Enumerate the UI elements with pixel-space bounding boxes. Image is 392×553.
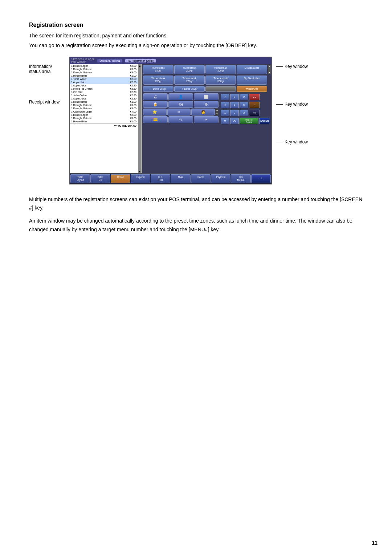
page-number: 11 <box>372 540 377 546</box>
list-item: 1 Mixed Ice Cream€3.50 <box>70 87 138 90</box>
icon-btn-settings[interactable]: ⚙ <box>194 101 219 108</box>
numpad-cl[interactable]: CL <box>249 94 260 100</box>
numpad-6[interactable]: 6 <box>240 102 248 108</box>
list-item: 1 Draught Guiness€3.00 <box>70 71 138 74</box>
footer-btn-expand[interactable]: Expand <box>131 174 150 183</box>
key-window-label-2: Key window <box>276 102 308 107</box>
list-item: 1 Draught Guiness€3.00 <box>70 107 138 110</box>
key-window-labels: Key window Key window Key window <box>276 57 308 155</box>
menu-key-tdone-350[interactable]: T. Done 350gr <box>174 86 205 92</box>
receipt-scroll[interactable]: ▲ ▼ <box>138 64 142 173</box>
pos-tab2[interactable]: T1/ Registration [Steak] <box>125 59 156 62</box>
pos-screen: 24/05/2001 12:07:08 Paul Weaver Standard… <box>69 57 272 184</box>
list-item: 1 Apple Juice€2.80 <box>70 97 138 100</box>
receipt-window-label: Receipt window <box>29 99 65 105</box>
numpad-3[interactable]: 3 <box>240 110 248 116</box>
bottom-text1: Multiple numbers of the registration scr… <box>29 195 363 213</box>
menu-key-mixedgrill[interactable]: Mixed Grill <box>237 86 267 92</box>
menu-key-tbonesteak-250b[interactable]: T-bonesteak250gr <box>174 76 205 85</box>
desc1: The screen for item registration, paymen… <box>29 32 363 40</box>
footer-btn-nial[interactable]: NIAL <box>171 174 190 183</box>
numpad-7[interactable]: 7 <box>221 94 229 100</box>
key-scroll-right[interactable]: ▲ ▼ <box>268 65 271 74</box>
list-item: 1 Apple Juice€2.80 <box>70 84 138 87</box>
icon-btn-scissors[interactable]: ✂ <box>194 116 219 123</box>
numpad-9[interactable]: 9 <box>240 94 248 100</box>
numpad-repeat[interactable]: RepeatRound <box>240 118 258 124</box>
menu-key-tbonesteak-350[interactable]: T-bonesteak350gr <box>205 76 236 85</box>
menu-key-rumpsteak-300[interactable]: Rumpsteak300gr <box>205 65 236 74</box>
list-item: 1 House Bitter€1.00 <box>70 120 138 123</box>
list-item: 1 House Bitter€1.00 <box>70 74 138 77</box>
footer-btn-payment[interactable]: Payment <box>211 174 230 183</box>
footer-btn-table-list[interactable]: TableList <box>90 174 110 183</box>
pos-footer: TableLayout TableList Recall Expand G.C.… <box>70 173 271 184</box>
footer-btn-job-menue[interactable]: JobMenue <box>231 174 250 183</box>
menu-key-tdone-250[interactable]: T. Done 250gr <box>143 86 173 92</box>
footer-btn-arrow[interactable]: → <box>251 174 271 183</box>
menu-key-tbonesteak-250a[interactable]: T-bonesteak250gr <box>143 76 173 85</box>
icon-btn-star[interactable]: ⭐ <box>143 109 167 115</box>
numpad-00[interactable]: 00 <box>230 118 239 124</box>
numpad-row1: 7 8 9 CL <box>220 93 271 101</box>
numpad-8[interactable]: 8 <box>230 94 239 100</box>
list-item: 1 John Collins€2.80 <box>70 94 138 97</box>
menu-row-2: T-bonesteak250gr T-bonesteak250gr T-bone… <box>142 75 271 85</box>
list-item: 1 House Lager€2.00 <box>70 64 138 68</box>
footer-btn-gc-rcpt[interactable]: G.C.Rcpt. <box>151 174 170 183</box>
menu-row-3: T. Done 250gr T. Done 350gr Mixed Grill <box>142 85 271 93</box>
list-item: 1 Tonic Water€2.90 <box>70 77 138 81</box>
numpad-row3: 1 2 3 (X) <box>220 109 271 117</box>
menu-row-1: Rumpsteak150gr Rumpsteak200gr Rumpsteak3… <box>142 64 271 75</box>
footer-btn-cash[interactable]: CASH <box>191 174 211 183</box>
icon-btn-person[interactable]: 👤 <box>168 93 193 100</box>
numpad-back[interactable]: ← <box>249 102 260 108</box>
key-window-area: Rumpsteak150gr Rumpsteak200gr Rumpsteak3… <box>142 64 271 173</box>
numpad-4[interactable]: 4 <box>221 102 229 108</box>
list-item: 1 Gin Fizz€2.50 <box>70 90 138 94</box>
numpad-row2: 4 5 6 ← <box>220 101 271 109</box>
list-item: 1 House Lager€2.00 <box>70 113 138 117</box>
icon-btn-table[interactable]: ⬜ <box>194 93 219 100</box>
list-item: 1 House Bitter€1.00 <box>70 100 138 103</box>
pos-datetime: 24/05/2001 12:07:08 Paul Weaver <box>71 58 94 63</box>
footer-btn-table-layout[interactable]: TableLayout <box>70 174 90 183</box>
footer-btn-recall[interactable]: Recall <box>111 174 130 183</box>
key-window-label-1: Key window <box>276 64 308 69</box>
numpad-1[interactable]: 1 <box>221 110 229 116</box>
menu-key-empty <box>205 86 236 92</box>
page-title: Registration screen <box>29 22 363 28</box>
receipt-total: ***TOTAL €54.60 <box>70 123 138 128</box>
icon-btn-drinks[interactable]: 🍺 <box>143 101 168 108</box>
receipt-area: 1 House Lager€2.00 1 Draught Guiness€3.0… <box>70 64 142 173</box>
receipt-item-list: 1 House Lager€2.00 1 Draught Guiness€3.0… <box>70 64 138 123</box>
desc2: You can go to a registration screen by e… <box>29 42 363 49</box>
list-item: 1 Carlington Lager€4.00 <box>70 110 138 113</box>
numpad-row4: 0 00 RepeatRound ENTER <box>220 117 271 125</box>
menu-key-rumpsteak-200[interactable]: Rumpsteak200gr <box>174 65 205 74</box>
key-window-label-3: Key window <box>276 139 308 145</box>
icon-btn-y1[interactable]: Y1 <box>168 116 193 123</box>
icon-btn-print[interactable]: 🖨 <box>143 93 168 100</box>
pos-header: 24/05/2001 12:07:08 Paul Weaver Standard… <box>70 57 271 64</box>
numpad-enter[interactable]: ENTER <box>259 118 270 124</box>
numpad-0[interactable]: 0 <box>221 118 229 124</box>
numpad-2[interactable]: 2 <box>230 110 239 116</box>
icon-btn-person2[interactable]: 🧑 <box>191 109 215 115</box>
menu-key-rumpsteak-150[interactable]: Rumpsteak150gr <box>143 65 173 74</box>
icon-btn-food[interactable]: 🍽 <box>168 101 193 108</box>
list-item: 1 Apple Juice€2.80 <box>70 81 138 84</box>
icon-btn-card[interactable]: 💳 <box>143 116 168 123</box>
info-status-label: Information/ status area <box>29 64 65 74</box>
list-item: 1 Draught Guiness€3.00 <box>70 117 138 120</box>
menu-key-msteakplate[interactable]: M.Steakplate <box>237 65 267 74</box>
icon-numpad-section: 🖨 👤 ⬜ 🍺 🍽 ⚙ ⭐ ✏ 🧑 <box>142 93 271 173</box>
icon-scroll[interactable]: ▲ ▼ <box>216 109 219 115</box>
numpad-5[interactable]: 5 <box>230 102 239 108</box>
list-item: 1 Draught Guiness€3.00 <box>70 68 138 71</box>
icon-btn-edit[interactable]: ✏ <box>167 109 191 115</box>
pos-tab1[interactable]: Standard / Room1 <box>97 59 122 62</box>
menu-key-bigsteakplate[interactable]: Big Steakplate <box>237 76 267 85</box>
numpad-cancel[interactable]: (X) <box>249 110 260 116</box>
bottom-text2: An item window may be changed automatica… <box>29 217 363 234</box>
